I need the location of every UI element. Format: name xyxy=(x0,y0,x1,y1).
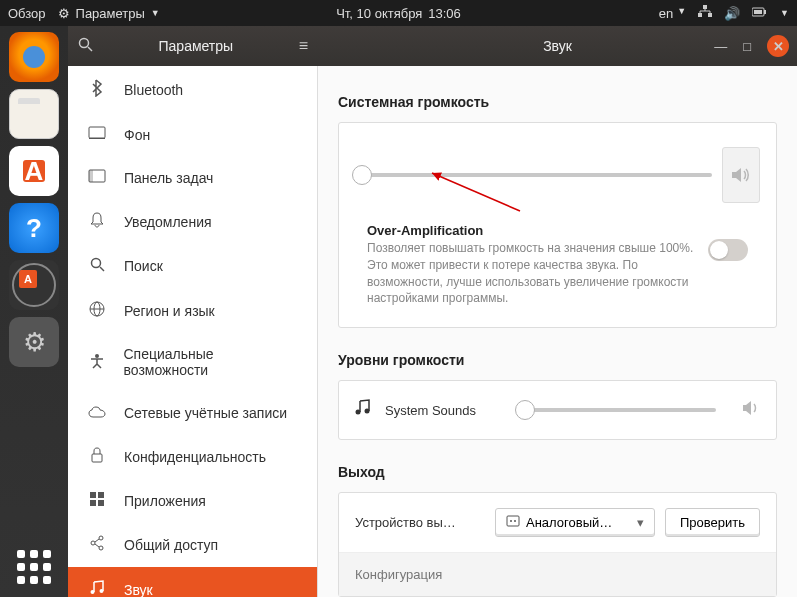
volume-levels-card: System Sounds xyxy=(338,380,777,440)
audio-card-icon xyxy=(506,515,520,530)
sidebar-title: Параметры xyxy=(93,38,299,54)
svg-rect-0 xyxy=(703,5,707,9)
output-device-label: Устройство вы… xyxy=(355,515,485,530)
svg-rect-2 xyxy=(708,13,712,17)
svg-rect-18 xyxy=(92,454,102,462)
sidebar-item-bluetooth[interactable]: Bluetooth xyxy=(68,66,317,113)
svg-line-26 xyxy=(95,539,99,542)
svg-rect-5 xyxy=(754,10,762,14)
app-name: System Sounds xyxy=(385,403,505,418)
svg-rect-22 xyxy=(98,500,104,506)
svg-point-31 xyxy=(356,410,361,415)
system-volume-slider[interactable] xyxy=(355,173,712,177)
input-source[interactable]: en▼ xyxy=(659,6,686,21)
svg-point-28 xyxy=(91,590,95,594)
svg-line-27 xyxy=(95,544,99,547)
svg-point-17 xyxy=(95,354,99,358)
svg-point-35 xyxy=(514,520,516,522)
settings-sidebar: Bluetooth Фон Панель задач Уведомления П… xyxy=(68,66,318,597)
system-volume-card: Over-Amplification Позволяет повышать гр… xyxy=(338,122,777,328)
system-menu-chevron[interactable]: ▼ xyxy=(780,8,789,18)
cloud-icon xyxy=(88,404,106,421)
sidebar-item-online-accounts[interactable]: Сетевые учётные записи xyxy=(68,391,317,434)
hamburger-menu[interactable]: ≡ xyxy=(299,37,308,55)
battery-icon[interactable] xyxy=(752,6,768,21)
network-icon[interactable] xyxy=(698,5,712,22)
music-icon xyxy=(88,580,106,597)
bluetooth-icon xyxy=(88,79,106,100)
sidebar-item-accessibility[interactable]: Специальные возможности xyxy=(68,333,317,391)
svg-rect-21 xyxy=(90,500,96,506)
dock-settings[interactable]: ⚙ xyxy=(9,317,59,367)
dock-help[interactable]: ? xyxy=(9,203,59,253)
search-button[interactable] xyxy=(78,37,93,55)
output-heading: Выход xyxy=(338,464,777,480)
sidebar-item-notifications[interactable]: Уведомления xyxy=(68,199,317,244)
globe-icon xyxy=(88,301,106,320)
app-volume-slider[interactable] xyxy=(519,408,716,412)
svg-point-6 xyxy=(80,39,89,48)
titlebar: Параметры ≡ Звук — □ ✕ xyxy=(68,26,797,66)
svg-rect-33 xyxy=(507,516,519,526)
share-icon xyxy=(88,535,106,554)
gnome-topbar: Обзор ⚙ Параметры ▼ Чт, 10 октября 13:06… xyxy=(0,0,797,26)
svg-rect-8 xyxy=(89,127,105,138)
svg-rect-20 xyxy=(98,492,104,498)
sidebar-item-sharing[interactable]: Общий доступ xyxy=(68,522,317,567)
sidebar-item-dock[interactable]: Панель задач xyxy=(68,156,317,199)
bell-icon xyxy=(88,212,106,231)
accessibility-icon xyxy=(88,353,105,372)
sidebar-item-privacy[interactable]: Конфиденциальность xyxy=(68,434,317,479)
sidebar-item-region[interactable]: Регион и язык xyxy=(68,288,317,333)
svg-line-30 xyxy=(432,173,520,211)
apps-icon xyxy=(88,492,106,509)
svg-point-32 xyxy=(365,409,370,414)
dock-files[interactable] xyxy=(9,89,59,139)
sidebar-item-applications[interactable]: Приложения xyxy=(68,479,317,522)
test-button[interactable]: Проверить xyxy=(665,508,760,537)
svg-point-29 xyxy=(100,589,104,593)
output-device-dropdown[interactable]: Аналоговый… xyxy=(495,508,655,537)
dock-software[interactable] xyxy=(9,146,59,196)
chevron-down-icon: ▼ xyxy=(151,8,160,18)
overamp-title: Over-Amplification xyxy=(367,223,694,238)
over-amplification-row: Over-Amplification Позволяет повышать гр… xyxy=(339,213,776,327)
svg-line-13 xyxy=(100,267,104,271)
search-icon xyxy=(88,257,106,275)
activities-button[interactable]: Обзор xyxy=(8,6,46,21)
app-menu[interactable]: ⚙ Параметры ▼ xyxy=(58,6,160,21)
mute-button[interactable] xyxy=(722,147,760,203)
svg-rect-4 xyxy=(764,10,766,14)
svg-point-25 xyxy=(99,546,103,550)
close-button[interactable]: ✕ xyxy=(767,35,789,57)
sidebar-item-sound[interactable]: Звук xyxy=(68,567,317,597)
svg-rect-1 xyxy=(698,13,702,17)
svg-rect-9 xyxy=(89,138,105,139)
minimize-button[interactable]: — xyxy=(714,39,727,54)
output-card: Устройство вы… Аналоговый… Проверить Кон… xyxy=(338,492,777,597)
dock-icon xyxy=(88,169,106,186)
speaker-icon[interactable] xyxy=(742,400,760,420)
overamp-desc: Позволяет повышать громкость на значения… xyxy=(367,240,694,307)
dock-show-apps[interactable] xyxy=(14,547,54,587)
svg-line-7 xyxy=(88,47,92,51)
output-config-row: Конфигурация xyxy=(339,553,776,596)
clock[interactable]: Чт, 10 октября 13:06 xyxy=(336,6,461,21)
svg-point-12 xyxy=(91,259,100,268)
music-icon xyxy=(355,399,371,421)
svg-point-34 xyxy=(510,520,512,522)
sidebar-item-background[interactable]: Фон xyxy=(68,113,317,156)
dock-updater[interactable] xyxy=(9,260,59,310)
overamp-switch[interactable] xyxy=(708,239,748,261)
svg-rect-11 xyxy=(89,170,93,182)
volume-icon[interactable]: 🔊 xyxy=(724,6,740,21)
background-icon xyxy=(88,126,106,143)
svg-rect-19 xyxy=(90,492,96,498)
dock-firefox[interactable] xyxy=(9,32,59,82)
app-volume-row: System Sounds xyxy=(339,381,776,439)
sidebar-item-search[interactable]: Поиск xyxy=(68,244,317,288)
maximize-button[interactable]: □ xyxy=(743,39,751,54)
dock: ? ⚙ xyxy=(0,26,68,597)
svg-point-23 xyxy=(99,536,103,540)
page-title: Звук xyxy=(543,38,572,54)
